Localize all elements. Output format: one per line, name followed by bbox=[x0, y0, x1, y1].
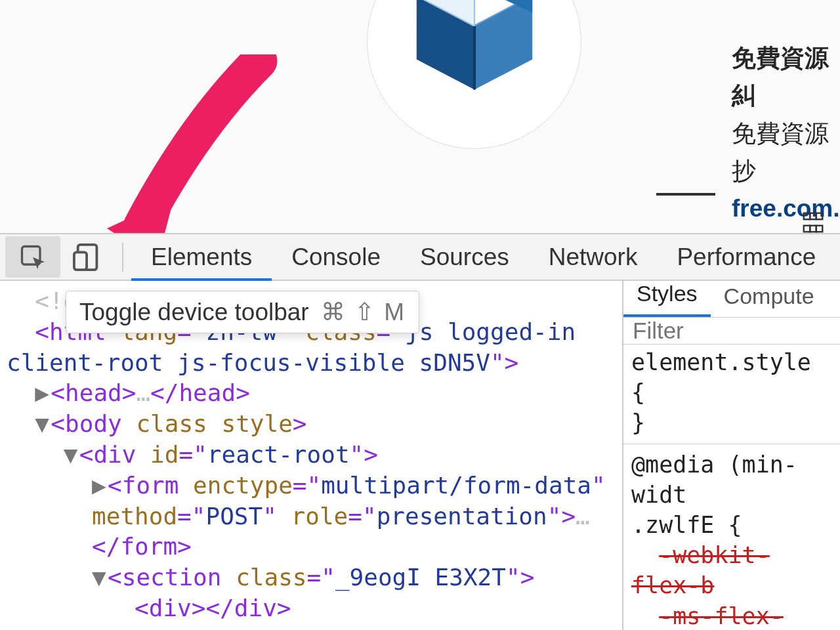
svg-rect-12 bbox=[810, 226, 816, 232]
styles-filter-row bbox=[623, 318, 840, 345]
styles-pane: Styles Compute element.style { } @media … bbox=[622, 281, 840, 630]
styles-filter-input[interactable] bbox=[633, 318, 831, 344]
devtools-tabs: Elements Console Sources Network Perform… bbox=[131, 234, 835, 280]
attr-class3: class bbox=[236, 564, 306, 591]
class-cont: client-root js-focus-visible sDN5V bbox=[7, 349, 490, 376]
attr-role: role bbox=[291, 503, 348, 530]
svg-rect-9 bbox=[804, 226, 810, 232]
close-form: </form> bbox=[92, 533, 192, 560]
toggle-device-toolbar-icon[interactable] bbox=[60, 236, 116, 278]
styles-rules[interactable]: element.style { } @media (min-widt .zwlf… bbox=[623, 345, 840, 630]
inspect-element-icon[interactable] bbox=[5, 236, 60, 278]
val-sectionclass: _9eogI E3X2T bbox=[335, 564, 506, 591]
profile-subtitle: 免費資源抄 bbox=[732, 115, 840, 190]
svg-rect-10 bbox=[816, 226, 823, 232]
grid-icon[interactable] bbox=[801, 210, 826, 235]
tooltip-shortcut: ⌘ ⇧ M bbox=[321, 298, 406, 326]
val-enctype: multipart/form-data bbox=[321, 472, 591, 499]
svg-rect-8 bbox=[816, 213, 823, 220]
val-react-root: react-root bbox=[207, 441, 350, 468]
tooltip-toggle-device: Toggle device toolbar ⌘ ⇧ M bbox=[66, 291, 419, 333]
devtools-toolbar: Elements Console Sources Network Perform… bbox=[0, 233, 840, 281]
toolbar-separator bbox=[122, 243, 123, 272]
attr-enctype: enctype bbox=[193, 472, 293, 499]
val-role: presentation bbox=[377, 503, 547, 530]
tooltip-label: Toggle device toolbar bbox=[79, 299, 309, 326]
tab-console[interactable]: Console bbox=[272, 234, 400, 280]
styles-tab-computed[interactable]: Compute bbox=[711, 284, 828, 317]
cube-logo-icon bbox=[406, 0, 543, 95]
tab-performance[interactable]: Performance bbox=[657, 234, 835, 280]
tab-sources[interactable]: Sources bbox=[400, 234, 529, 280]
profile-info: 免費資源糾 免費資源抄 free.com. bbox=[732, 39, 840, 228]
val-method: POST bbox=[205, 503, 262, 530]
element-style-close: } bbox=[631, 408, 832, 438]
profile-avatar[interactable] bbox=[367, 0, 581, 149]
prop2: -ms-flex-prefe bbox=[631, 603, 784, 631]
attr-class2: class bbox=[136, 410, 207, 437]
svg-rect-7 bbox=[804, 213, 810, 220]
profile-title: 免費資源糾 bbox=[732, 39, 840, 115]
tab-indicator bbox=[656, 193, 715, 196]
empty-div: <div></div> bbox=[135, 595, 291, 621]
selector: .zwlfE { bbox=[631, 510, 832, 540]
svg-rect-16 bbox=[74, 252, 87, 270]
page-content-area: 免費資源糾 免費資源抄 free.com. bbox=[0, 0, 840, 236]
tab-elements[interactable]: Elements bbox=[131, 234, 272, 280]
svg-rect-11 bbox=[810, 213, 816, 220]
attr-id: id bbox=[150, 441, 178, 468]
element-style-open: element.style { bbox=[631, 347, 832, 408]
prop1: -webkit-flex-b bbox=[631, 542, 770, 598]
styles-tab-styles[interactable]: Styles bbox=[623, 281, 711, 317]
tab-network[interactable]: Network bbox=[529, 234, 658, 280]
attr-class: js logged-in bbox=[405, 318, 590, 345]
attr-method: method bbox=[92, 503, 177, 530]
styles-tabs: Styles Compute bbox=[623, 281, 840, 318]
attr-style: style bbox=[221, 410, 292, 437]
media-query: @media (min-widt bbox=[631, 450, 832, 510]
